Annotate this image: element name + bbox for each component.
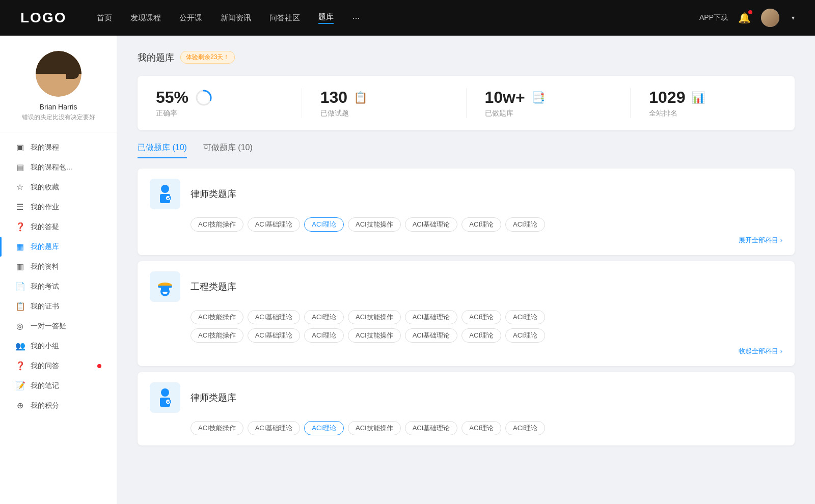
star-icon: ☆ (15, 182, 24, 192)
stat-site-rank-label: 全站排名 (649, 109, 677, 118)
qbank-tag[interactable]: ACI理论 (461, 328, 501, 343)
stat-value-row: 10w+ 📑 (485, 88, 545, 107)
qbank-tag[interactable]: ACI理论 (304, 310, 344, 324)
rank-icon: 📊 (691, 91, 705, 104)
qbank-tag[interactable]: ACI理论 (461, 217, 501, 232)
sidebar-username: Brian Harris (40, 103, 77, 111)
qbank-tag[interactable]: ACI技能操作 (348, 421, 401, 435)
stat-correct-rate-value: 55% (156, 88, 188, 107)
svg-point-12 (166, 399, 171, 404)
nav-opencourse[interactable]: 公开课 (179, 13, 202, 23)
qbank-expand-button[interactable]: 展开全部科目 › (191, 236, 782, 245)
exam-icon: 📄 (15, 282, 24, 291)
sidebar-item-certificate[interactable]: 📋 我的证书 (0, 296, 117, 316)
sidebar-item-label: 我的作业 (31, 203, 101, 212)
nav-home[interactable]: 首页 (97, 13, 112, 23)
qa-badge (97, 364, 101, 368)
qbank-tag[interactable]: ACI技能操作 (191, 421, 243, 435)
qbank-tag[interactable]: ACI基础理论 (405, 217, 458, 232)
qbank-card-header: 工程类题库 (150, 271, 782, 302)
sidebar-item-my-qa[interactable]: ❓ 我的问答 (0, 356, 117, 376)
tab-done[interactable]: 已做题库 (10) (138, 143, 187, 158)
my-qa-icon: ❓ (15, 361, 24, 371)
qbank-tag[interactable]: ACI技能操作 (348, 328, 401, 343)
content-area: 我的题库 体验剩余23天！ 55% 正确率 130 📋 (117, 36, 815, 504)
app-download-button[interactable]: APP下载 (699, 13, 728, 22)
tab-available[interactable]: 可做题库 (10) (203, 143, 253, 158)
sidebar-item-label: 我的积分 (31, 401, 101, 410)
sidebar-item-label: 我的资料 (31, 262, 101, 271)
qbank-tag-highlight[interactable]: ACI理论 (304, 421, 344, 435)
sidebar-item-one-on-one[interactable]: ◎ 一对一答疑 (0, 316, 117, 336)
svg-rect-9 (161, 288, 169, 292)
nav-news[interactable]: 新闻资讯 (221, 13, 251, 23)
engineer-icon (154, 275, 176, 298)
sidebar-item-label: 我的收藏 (31, 183, 101, 192)
qbank-lawyer-1-tags: ACI技能操作 ACI基础理论 ACI理论 ACI技能操作 ACI基础理论 AC… (150, 217, 782, 245)
qbank-tag[interactable]: ACI理论 (505, 310, 545, 324)
nav-questionbank[interactable]: 题库 (318, 12, 334, 24)
notification-bell[interactable]: 🔔 (738, 12, 751, 24)
qbank-tag[interactable]: ACI技能操作 (191, 310, 243, 324)
stat-questions-done-label: 已做试题 (320, 109, 349, 118)
qbank-tag[interactable]: ACI理论 (505, 328, 545, 343)
qbank-tags-row: ACI技能操作 ACI基础理论 ACI理论 ACI技能操作 ACI基础理论 AC… (191, 217, 782, 232)
stat-correct-rate-label: 正确率 (156, 109, 177, 118)
sidebar-item-my-course[interactable]: ▣ 我的课程 (0, 137, 117, 157)
svg-point-10 (161, 388, 169, 397)
nav-more[interactable]: ··· (352, 13, 360, 23)
sidebar-menu: ▣ 我的课程 ▤ 我的课程包... ☆ 我的收藏 ☰ 我的作业 ❓ 我的答疑 ▦… (0, 132, 117, 421)
stat-questions-done-value: 130 (320, 88, 347, 107)
sidebar-item-points[interactable]: ⊕ 我的积分 (0, 396, 117, 415)
qbank-collapse-button[interactable]: 收起全部科目 › (191, 347, 782, 356)
qbank-list: 律师类题库 ACI技能操作 ACI基础理论 ACI理论 ACI技能操作 ACI基… (138, 169, 795, 445)
qbank-tag[interactable]: ACI技能操作 (348, 310, 401, 324)
avatar[interactable] (761, 9, 779, 27)
stat-correct-rate: 55% 正确率 (138, 88, 302, 118)
sidebar-item-qa[interactable]: ❓ 我的答疑 (0, 217, 117, 237)
sidebar-item-homework[interactable]: ☰ 我的作业 (0, 197, 117, 217)
qbank-lawyer-icon-wrap (150, 179, 180, 209)
sidebar-avatar (36, 51, 82, 97)
stat-banks-done-label: 已做题库 (485, 109, 513, 118)
qbank-tag[interactable]: ACI理论 (461, 421, 501, 435)
sidebar-item-favorites[interactable]: ☆ 我的收藏 (0, 177, 117, 197)
logo: LOGO (20, 10, 66, 26)
qbank-tag[interactable]: ACI基础理论 (405, 328, 458, 343)
qbank-tag[interactable]: ACI基础理论 (405, 421, 458, 435)
qbank-tag[interactable]: ACI理论 (505, 421, 545, 435)
nav-discover[interactable]: 发现课程 (130, 13, 161, 23)
sidebar-item-group[interactable]: 👥 我的小组 (0, 336, 117, 356)
stats-row: 55% 正确率 130 📋 已做试题 10w+ (138, 76, 795, 130)
one-on-one-icon: ◎ (15, 321, 24, 331)
qbank-lawyer-2-name: 律师类题库 (191, 391, 236, 404)
qbank-tag[interactable]: ACI理论 (304, 328, 344, 343)
sidebar-item-notes[interactable]: 📝 我的笔记 (0, 376, 117, 396)
qbank-tag[interactable]: ACI理论 (461, 310, 501, 324)
sidebar-item-label: 我的题库 (31, 242, 101, 251)
qbank-tag[interactable]: ACI技能操作 (348, 217, 401, 232)
qbank-tag[interactable]: ACI基础理论 (248, 310, 301, 324)
qbank-tag[interactable]: ACI基础理论 (405, 310, 458, 324)
qbank-tag-highlight[interactable]: ACI理论 (304, 217, 344, 232)
qbank-tag[interactable]: ACI理论 (505, 217, 545, 232)
sidebar-tagline: 错误的决定比没有决定要好 (22, 113, 95, 122)
sidebar-item-course-package[interactable]: ▤ 我的课程包... (0, 157, 117, 177)
sidebar-item-exam[interactable]: 📄 我的考试 (0, 276, 117, 296)
questions-icon: 📋 (354, 91, 367, 104)
sidebar-item-label: 我的课程包... (31, 163, 101, 172)
sidebar-item-questionbank[interactable]: ▦ 我的题库 (0, 237, 117, 257)
sidebar: Brian Harris 错误的决定比没有决定要好 ▣ 我的课程 ▤ 我的课程包… (0, 36, 117, 504)
user-menu-chevron[interactable]: ▾ (792, 14, 795, 21)
qbank-lawyer-2-tags: ACI技能操作 ACI基础理论 ACI理论 ACI技能操作 ACI基础理论 AC… (150, 421, 782, 435)
qbank-tag[interactable]: ACI基础理论 (248, 328, 301, 343)
sidebar-item-materials[interactable]: ▥ 我的资料 (0, 257, 117, 276)
qa-icon: ❓ (15, 222, 24, 232)
nav-qa[interactable]: 问答社区 (269, 13, 300, 23)
qbank-tag[interactable]: ACI技能操作 (191, 328, 243, 343)
qbank-icon: ▦ (15, 242, 24, 251)
qbank-tag[interactable]: ACI基础理论 (248, 217, 301, 232)
page-header: 我的题库 体验剩余23天！ (138, 51, 795, 64)
qbank-tag[interactable]: ACI基础理论 (248, 421, 301, 435)
qbank-tag[interactable]: ACI技能操作 (191, 217, 243, 232)
